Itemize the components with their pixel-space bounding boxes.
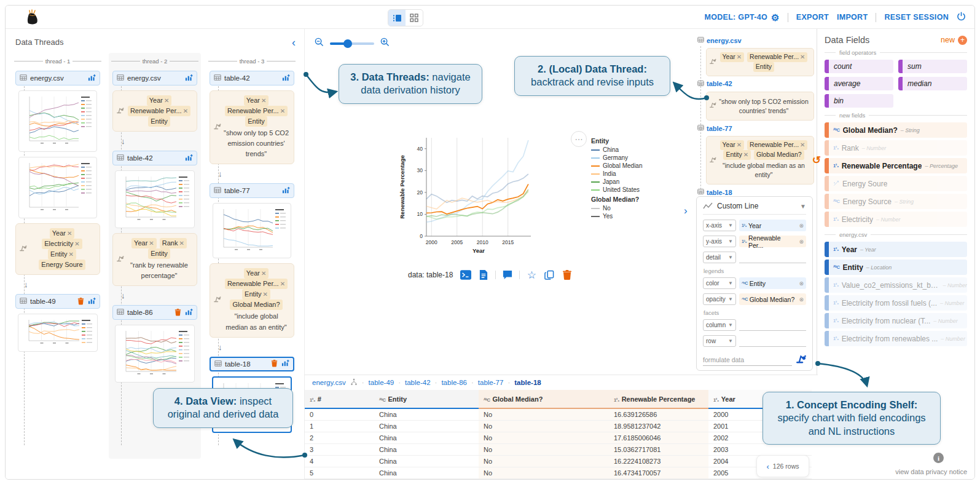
field-row-electricity-from-nuclear-t-[interactable]: 1²₃Electricity from nuclear (T...– Numbe…	[825, 313, 967, 328]
privacy-notice-link[interactable]: view data privacy notice	[895, 468, 967, 475]
local-thread-concept-card[interactable]: Year✕ Renewable Per...✕ Entity✕ Global M…	[706, 136, 814, 184]
channel-select-opacity[interactable]: opacity▼	[703, 293, 736, 305]
channel-select-column[interactable]: column▼	[703, 319, 736, 331]
collapse-panel-icon[interactable]: ‹	[292, 39, 296, 46]
encoding-field-column[interactable]	[739, 319, 806, 331]
operator-median[interactable]: median	[898, 77, 967, 90]
remove-field-icon[interactable]: ⊗	[799, 239, 804, 245]
encoding-field-detail[interactable]	[739, 252, 806, 263]
table-card[interactable]: table-18	[210, 357, 294, 371]
field-row-energy-soure[interactable]: Energy Soure	[825, 176, 967, 191]
field-chip[interactable]: Electricity✕	[42, 239, 82, 249]
field-chip[interactable]: Entity✕	[48, 249, 76, 260]
field-chip[interactable]: Renewable Per...✕	[747, 52, 807, 62]
field-chip[interactable]: Entity	[148, 116, 170, 127]
local-thread-table-link[interactable]: table-18	[697, 188, 814, 196]
zoom-in-icon[interactable]	[380, 38, 390, 49]
chart-thumbnail[interactable]	[18, 90, 97, 152]
column-header--[interactable]: 1²₃#	[305, 390, 374, 408]
chart-thumbnail[interactable]	[213, 203, 291, 258]
add-chart-icon[interactable]	[185, 74, 193, 83]
duplicate-icon[interactable]	[543, 269, 555, 281]
tab-table-86[interactable]: table-86	[441, 379, 467, 386]
zoom-out-icon[interactable]	[315, 38, 324, 49]
main-chart[interactable]: 2000200520102015010203040Renewable Perce…	[397, 130, 653, 256]
code-terminal-icon[interactable]	[460, 269, 472, 281]
field-chip[interactable]: Year✕	[720, 52, 745, 62]
add-chart-icon[interactable]	[185, 154, 193, 163]
gear-icon[interactable]: ⚙	[771, 13, 780, 22]
grid-view-button[interactable]	[406, 10, 423, 26]
table-card-name[interactable]: table-18	[225, 360, 267, 368]
encoding-field-opacity[interactable]: ᴬᵇCGlobal Median?⊗	[739, 293, 806, 305]
field-chip[interactable]: Rank✕	[160, 238, 187, 248]
tab-table-18[interactable]: table-18	[514, 379, 541, 386]
tab-table-77[interactable]: table-77	[478, 379, 504, 386]
field-chip[interactable]: Year✕	[244, 268, 269, 279]
concept-card[interactable]: Year✕ Renewable Per...✕ Entity	[112, 90, 197, 132]
table-card[interactable]: energy.csv	[112, 71, 197, 85]
field-row-entity[interactable]: ᴬᵇCEntity– Location	[825, 260, 967, 275]
local-thread-table-name[interactable]: energy.csv	[707, 37, 742, 44]
chart-thumbnail[interactable]	[18, 314, 98, 352]
remove-chip-icon[interactable]: ✕	[164, 97, 169, 104]
delete-table-icon[interactable]	[270, 359, 278, 368]
table-card-name[interactable]: energy.csv	[127, 74, 182, 82]
channel-select-row[interactable]: row▼	[703, 335, 736, 347]
remove-chip-icon[interactable]: ✕	[280, 280, 285, 287]
add-chart-icon[interactable]	[282, 74, 290, 83]
tab-table-42[interactable]: table-42	[405, 379, 431, 386]
field-chip[interactable]: Renewable Per...✕	[128, 106, 190, 116]
field-row-energy-source[interactable]: ᴬᵇCEnergy Source– String	[825, 194, 967, 209]
delete-table-icon[interactable]	[77, 297, 85, 306]
field-row-electricity-from-renewables-[interactable]: 1²₃Electricity from renewables ...– Numb…	[825, 331, 967, 346]
field-chip[interactable]: Year✕	[50, 228, 75, 239]
column-header-entity[interactable]: ᴬᵇCEntity	[374, 390, 479, 408]
remove-chip-icon[interactable]: ✕	[74, 240, 79, 247]
delete-table-icon[interactable]	[174, 308, 182, 317]
table-card[interactable]: table-49	[15, 294, 100, 309]
remove-chip-icon[interactable]: ✕	[149, 240, 154, 247]
table-card-name[interactable]: energy.csv	[30, 74, 85, 82]
field-row-rank[interactable]: 1²₃Rank– Number	[825, 140, 967, 156]
local-thread-table-name[interactable]: table-42	[707, 80, 732, 87]
chart-more-options-button[interactable]: ⋯	[571, 131, 587, 147]
data-log-icon[interactable]	[477, 269, 490, 281]
power-icon[interactable]	[957, 12, 966, 23]
remove-chip-icon[interactable]: ✕	[737, 54, 742, 60]
tab-table-49[interactable]: table-49	[369, 379, 394, 386]
channel-select-y-axis[interactable]: y-axis▼	[703, 236, 736, 247]
local-thread-table-name[interactable]: table-18	[707, 189, 732, 196]
field-chip[interactable]: Entity	[753, 62, 774, 72]
concept-card[interactable]: Year✕ Electricity✕ Entity✕ Energy Soure	[15, 223, 100, 275]
concept-card[interactable]: Year✕ Rank✕ Entity "rank by renewable pe…	[112, 233, 197, 286]
carousel-view-button[interactable]	[388, 10, 406, 26]
zoom-slider-handle[interactable]	[343, 39, 352, 48]
channel-select-color[interactable]: color▼	[703, 277, 736, 289]
field-chip[interactable]: Year✕	[147, 95, 172, 106]
field-chip[interactable]: Renewable Per...✕	[225, 106, 288, 116]
channel-select-x-axis[interactable]: x-axis▼	[703, 220, 736, 231]
remove-chip-icon[interactable]: ✕	[280, 108, 285, 114]
remove-chip-icon[interactable]: ✕	[179, 240, 184, 247]
chart-thumbnail[interactable]	[18, 157, 97, 218]
remove-chip-icon[interactable]: ✕	[69, 251, 74, 258]
field-row-renewable-percentage[interactable]: 1²₃Renewable Percentage– Percentage	[825, 158, 967, 173]
concept-card[interactable]: Year✕ Renewable Per...✕ Entity "show onl…	[210, 90, 294, 164]
favorite-star-icon[interactable]: ☆	[525, 269, 538, 281]
delete-chart-icon[interactable]	[561, 269, 573, 281]
concept-card[interactable]: Year✕ Renewable Per...✕ Entity✕ Global M…	[210, 263, 294, 337]
rerun-icon[interactable]: ↺	[812, 153, 821, 169]
table-card-name[interactable]: table-42	[224, 74, 279, 82]
encoding-field-x-axis[interactable]: 1²₃Year⊗	[739, 220, 806, 231]
table-card-name[interactable]: table-42	[127, 154, 182, 162]
field-chip[interactable]: Global Median?	[230, 300, 282, 310]
operator-average[interactable]: average	[825, 77, 893, 90]
remove-field-icon[interactable]: ⊗	[799, 296, 804, 303]
field-row-year[interactable]: 1²₃Year– Year	[825, 242, 967, 257]
export-button[interactable]: EXPORT	[796, 13, 829, 22]
field-chip[interactable]: Year✕	[720, 140, 745, 150]
field-chip[interactable]: Entity✕	[242, 289, 270, 300]
remove-chip-icon[interactable]: ✕	[67, 230, 72, 237]
derivation-tree-icon[interactable]	[350, 378, 358, 387]
